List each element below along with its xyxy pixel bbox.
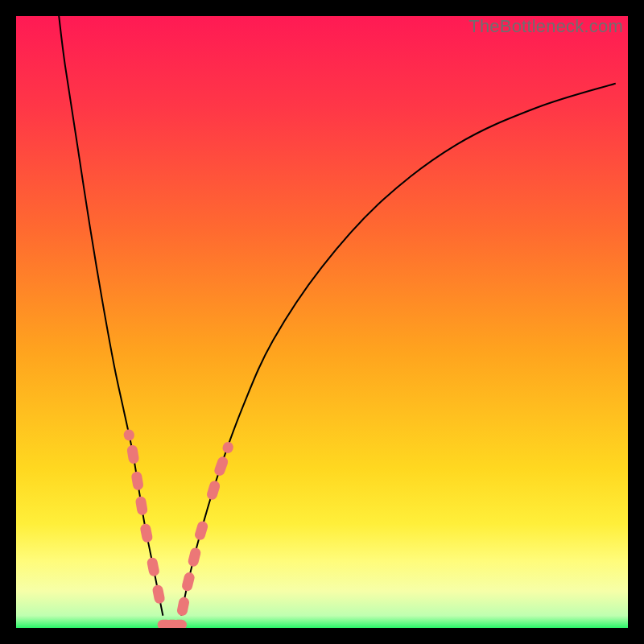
svg-rect-4 [122,428,135,441]
chart-svg [16,16,628,628]
svg-rect-3 [126,444,140,464]
data-marker [181,572,196,592]
data-marker [147,557,160,577]
data-marker [139,523,153,543]
data-marker [172,620,187,628]
data-marker [151,584,165,605]
svg-rect-5 [151,584,165,605]
svg-rect-1 [135,496,149,516]
svg-rect-8 [181,572,196,592]
svg-rect-12 [213,456,230,477]
data-marker [130,471,144,491]
svg-rect-10 [193,520,208,541]
data-marker [205,480,221,502]
watermark-text: TheBottleneck.com [469,16,623,37]
svg-rect-11 [205,480,221,502]
data-marker [135,496,149,516]
svg-rect-9 [187,547,201,568]
data-marker [176,597,190,617]
svg-rect-7 [176,597,190,617]
curve-right-branch [181,84,616,616]
marker-group [122,428,234,628]
data-marker [187,547,201,568]
data-marker [221,440,235,455]
data-marker [193,520,208,541]
svg-rect-16 [172,620,187,628]
svg-rect-6 [147,557,160,577]
svg-rect-2 [130,471,144,491]
svg-rect-13 [221,440,235,455]
data-marker [213,456,230,477]
data-marker [126,444,140,464]
chart-frame: TheBottleneck.com [16,16,628,628]
data-marker [122,428,135,441]
svg-rect-0 [139,523,153,543]
